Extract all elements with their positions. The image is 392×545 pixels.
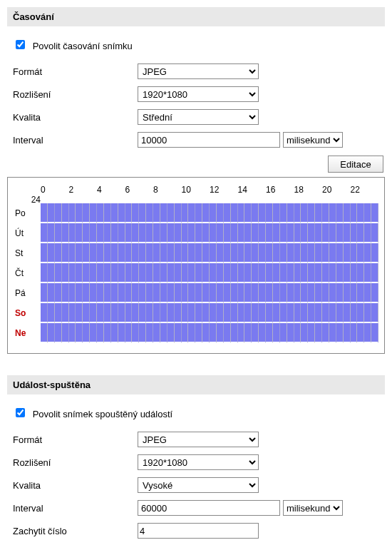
schedule-cell[interactable]	[252, 303, 259, 323]
schedule-cell[interactable]	[132, 223, 139, 243]
schedule-cell[interactable]	[132, 243, 139, 263]
schedule-cell[interactable]	[273, 263, 280, 283]
schedule-cell[interactable]	[41, 203, 48, 223]
schedule-cell[interactable]	[97, 323, 104, 343]
schedule-cell[interactable]	[294, 323, 301, 343]
schedule-cell[interactable]	[210, 243, 217, 263]
schedule-cell[interactable]	[336, 243, 344, 263]
schedule-cell[interactable]	[76, 303, 83, 323]
schedule-cell[interactable]	[351, 303, 358, 323]
schedule-cell[interactable]	[167, 203, 175, 223]
schedule-cell[interactable]	[195, 243, 202, 263]
schedule-cell[interactable]	[125, 263, 133, 283]
schedule-cell[interactable]	[371, 263, 378, 283]
schedule-cell[interactable]	[210, 223, 217, 243]
schedule-cell[interactable]	[182, 263, 189, 283]
schedule-cell[interactable]	[357, 323, 364, 343]
schedule-cell[interactable]	[195, 263, 202, 283]
schedule-cell[interactable]	[344, 243, 351, 263]
schedule-cell[interactable]	[259, 223, 266, 243]
schedule-cell[interactable]	[125, 243, 133, 263]
schedule-cell[interactable]	[139, 283, 146, 303]
schedule-cell[interactable]	[322, 223, 329, 243]
schedule-cell[interactable]	[244, 203, 252, 223]
schedule-cell[interactable]	[280, 203, 287, 223]
schedule-cell[interactable]	[69, 323, 76, 343]
schedule-cell[interactable]	[336, 203, 344, 223]
schedule-cell[interactable]	[90, 323, 97, 343]
schedule-cell[interactable]	[231, 243, 238, 263]
event-enable-checkbox[interactable]	[16, 408, 25, 417]
schedule-cell[interactable]	[294, 303, 301, 323]
schedule-cell[interactable]	[125, 223, 133, 243]
schedule-cell[interactable]	[280, 263, 287, 283]
schedule-cell[interactable]	[202, 223, 210, 243]
schedule-cell[interactable]	[231, 263, 238, 283]
schedule-cell[interactable]	[308, 283, 315, 303]
schedule-cell[interactable]	[48, 263, 55, 283]
schedule-cell[interactable]	[273, 223, 280, 243]
schedule-cell[interactable]	[55, 203, 62, 223]
schedule-cell[interactable]	[238, 243, 245, 263]
schedule-cell[interactable]	[252, 223, 259, 243]
schedule-cell[interactable]	[357, 223, 364, 243]
schedule-cell[interactable]	[202, 243, 210, 263]
schedule-cell[interactable]	[182, 203, 189, 223]
schedule-cell[interactable]	[364, 203, 371, 223]
schedule-cell[interactable]	[238, 283, 245, 303]
schedule-cell[interactable]	[83, 243, 90, 263]
schedule-cell[interactable]	[217, 223, 224, 243]
timing-resolution-select[interactable]: 1920*1080	[138, 86, 259, 102]
schedule-cell[interactable]	[371, 303, 378, 323]
schedule-cell[interactable]	[351, 243, 358, 263]
schedule-cell[interactable]	[146, 203, 153, 223]
schedule-cell[interactable]	[153, 303, 160, 323]
event-interval-unit[interactable]: milisekund	[283, 500, 343, 516]
schedule-cell[interactable]	[336, 223, 344, 243]
schedule-cell[interactable]	[308, 323, 315, 343]
schedule-cell[interactable]	[188, 243, 195, 263]
schedule-cell[interactable]	[244, 283, 252, 303]
schedule-cell[interactable]	[111, 323, 118, 343]
schedule-cell[interactable]	[182, 243, 189, 263]
schedule-cell[interactable]	[344, 323, 351, 343]
schedule-cell[interactable]	[188, 283, 195, 303]
schedule-cell[interactable]	[259, 203, 266, 223]
schedule-cell[interactable]	[139, 323, 146, 343]
schedule-cell[interactable]	[301, 283, 308, 303]
schedule-cell[interactable]	[146, 323, 153, 343]
schedule-cell[interactable]	[104, 263, 111, 283]
schedule-cell[interactable]	[244, 303, 252, 323]
schedule-cell[interactable]	[90, 243, 97, 263]
schedule-cell[interactable]	[167, 243, 175, 263]
schedule-cell[interactable]	[48, 323, 55, 343]
event-capture-input[interactable]	[138, 523, 259, 539]
schedule-cell[interactable]	[336, 323, 344, 343]
schedule-cell[interactable]	[62, 323, 69, 343]
schedule-cell[interactable]	[153, 263, 160, 283]
schedule-cell[interactable]	[90, 303, 97, 323]
schedule-cell[interactable]	[188, 223, 195, 243]
schedule-cell[interactable]	[55, 243, 62, 263]
schedule-cell[interactable]	[344, 223, 351, 243]
schedule-cell[interactable]	[146, 243, 153, 263]
schedule-cell[interactable]	[202, 303, 210, 323]
schedule-cell[interactable]	[266, 263, 273, 283]
schedule-cell[interactable]	[48, 243, 55, 263]
schedule-cell[interactable]	[301, 243, 308, 263]
schedule-cell[interactable]	[329, 223, 336, 243]
schedule-cell[interactable]	[371, 323, 378, 343]
schedule-cell[interactable]	[90, 283, 97, 303]
schedule-cell[interactable]	[118, 263, 125, 283]
schedule-cell[interactable]	[153, 203, 160, 223]
schedule-cell[interactable]	[308, 203, 315, 223]
event-quality-select[interactable]: Vysoké	[138, 477, 259, 493]
schedule-cell[interactable]	[210, 283, 217, 303]
schedule-cell[interactable]	[294, 223, 301, 243]
schedule-cell[interactable]	[329, 323, 336, 343]
schedule-cell[interactable]	[97, 283, 104, 303]
event-resolution-select[interactable]: 1920*1080	[138, 454, 259, 470]
schedule-cell[interactable]	[175, 243, 182, 263]
schedule-cell[interactable]	[167, 263, 175, 283]
schedule-cell[interactable]	[344, 303, 351, 323]
